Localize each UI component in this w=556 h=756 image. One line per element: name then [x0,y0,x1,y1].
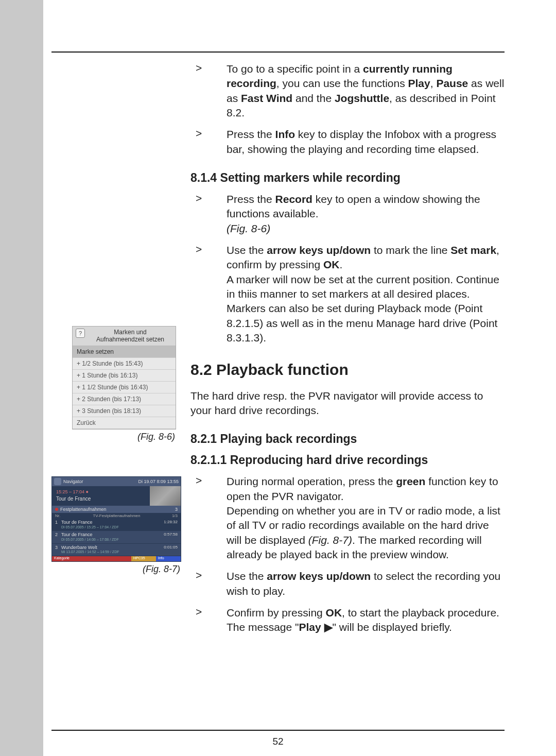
block-running-recording: > To go to a specific point in a current… [51,62,505,192]
block-8-2-1-1: Navigator Di 19.07 8:09 13:55 15:25 – 17… [51,474,505,642]
manual-page: > To go to a specific point in a current… [0,0,556,756]
instruction-item: > Use the arrow keys up/down to select t… [190,569,505,598]
heading-8-1-4: 8.1.4 Setting markers while recording [190,171,505,185]
chevron-marker: > [190,192,227,204]
menu-item: + 2 Stunden (bis 17:13) [73,393,176,405]
instruction-text: Press the Record key to open a window sh… [227,192,505,236]
instruction-text: Press the Info key to display the Infobo… [227,127,505,157]
instruction-text: To go to a specific point in a currently… [227,62,505,120]
info-icon [54,478,61,485]
instruction-item: > To go to a specific point in a current… [190,62,505,120]
menu-title: ? Marken und Aufnahmeendzeit setzen [73,327,176,346]
navigator-section: Festplattenaufnahmen 3 [52,506,181,513]
navigator-bottombar: Kategorie HPC35 Info [52,556,181,561]
chevron-marker: > [190,243,227,255]
navigator-timebar: 15:25 – 17:04 ● [56,489,146,495]
list-item: 2 Tour de FranceDi 05.07.2005 / 14:06 – … [52,531,181,543]
block-8-1-4: ? Marken und Aufnahmeendzeit setzen Mark… [51,192,505,474]
section-count: 3 [175,507,178,512]
figure-8-6: ? Marken und Aufnahmeendzeit setzen Mark… [72,326,175,442]
bottom-rule [51,730,505,731]
menu-item: + 1 Stunde (bis 16:13) [73,370,176,382]
top-rule [51,51,505,53]
chevron-marker: > [190,606,227,618]
instruction-text: Use the arrow keys up/down to select the… [227,569,505,598]
instruction-item: > Press the Record key to open a window … [190,192,505,236]
instruction-text: Use the arrow keys up/down to mark the l… [227,243,505,345]
help-icon: ? [76,329,85,338]
intro-8-2: The hard drive resp. the PVR navigator w… [190,389,505,418]
menu-item: Marke setzen [73,346,176,358]
instruction-item: > During normal operation, press the gre… [190,474,505,562]
navigator-program: Tour de France [56,495,146,502]
instruction-item: > Use the arrow keys up/down to mark the… [190,243,505,345]
figure-8-7: Navigator Di 19.07 8:09 13:55 15:25 – 17… [51,476,180,575]
heading-8-2-1: 8.2.1 Playing back recordings [190,432,505,446]
bottom-label-blue: Info [156,556,181,561]
heading-8-2-1-1: 8.2.1.1 Reproducing hard drive recording… [190,453,505,467]
navigator-topbar: Navigator Di 19.07 8:09 13:55 [52,477,181,486]
page-number: 52 [51,736,505,747]
page-content: > To go to a specific point in a current… [51,51,505,747]
list-item: 1 Tour de FranceDi 05.07.2005 / 15:25 – … [52,519,181,531]
list-item: 3 Wunderbare WeltMi 13.07.2005 / 14:52 –… [52,544,181,556]
bottom-label-yellow: HPC35 [131,556,156,561]
navigator-header: 15:25 – 17:04 ● Tour de France [52,486,181,506]
instruction-text: Confirm by pressing OK, to start the pla… [227,606,505,635]
record-dot-icon [55,508,58,511]
menu-item: + 1/2 Stunde (bis 15:43) [73,358,176,370]
recording-list: 1 Tour de FranceDi 05.07.2005 / 15:25 – … [52,519,181,556]
navigator-datetime: Di 19.07 8:09 13:55 [138,479,179,484]
menu-title-line2: Aufnahmeendzeit setzen [88,336,172,343]
menu-item: + 3 Stunden (bis 18:13) [73,405,176,417]
instruction-item: > Press the Info key to display the Info… [190,127,505,157]
bottom-label-red: Kategorie [52,556,131,561]
preview-thumbnail [150,486,181,506]
figure-caption: (Fig. 8-7) [51,564,180,575]
tab-margin [0,0,43,756]
chevron-marker: > [190,474,227,487]
figure-caption: (Fig. 8-6) [72,432,175,442]
pvr-navigator: Navigator Di 19.07 8:09 13:55 15:25 – 17… [51,476,181,562]
chevron-marker: > [190,569,227,581]
navigator-title: Navigator [63,479,138,484]
menu-title-line1: Marken und [88,329,172,336]
menu-item: + 1 1/2 Stunde (bis 16:43) [73,382,176,393]
chevron-marker: > [190,62,227,74]
menu-set-markers: ? Marken und Aufnahmeendzeit setzen Mark… [72,326,176,429]
menu-item: Zurück [73,417,176,429]
chevron-marker: > [190,127,227,140]
heading-8-2: 8.2 Playback function [190,361,505,379]
instruction-item: > Confirm by pressing OK, to start the p… [190,606,505,635]
section-label: Festplattenaufnahmen [60,507,175,512]
instruction-text: During normal operation, press the green… [227,474,505,562]
list-header: Nr. TV-Festplattenaufnahmen 1/3 [52,513,181,519]
